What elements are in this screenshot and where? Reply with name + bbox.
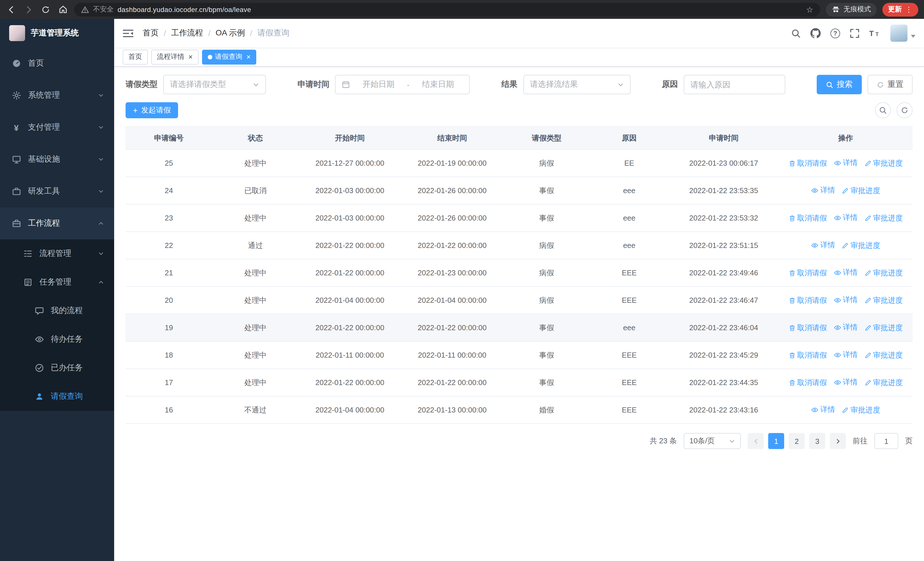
table-row: 24已取消2022-01-03 00:00:002022-01-26 00:00… <box>126 177 913 204</box>
reset-button[interactable]: 重置 <box>867 75 913 94</box>
result-select[interactable]: 请选择流结果 <box>523 75 630 94</box>
font-size-icon[interactable]: TT <box>869 29 880 38</box>
page-size-select[interactable]: 10条/页 <box>684 433 741 449</box>
sidebar-item-task-management[interactable]: 任务管理 <box>0 268 114 296</box>
progress-action-link[interactable]: 审批进度 <box>865 295 903 305</box>
home-icon[interactable] <box>57 4 69 15</box>
progress-action-link[interactable]: 审批进度 <box>842 405 880 415</box>
cancel-action-link[interactable]: 取消请假 <box>789 378 827 388</box>
help-icon[interactable]: ? <box>830 28 840 38</box>
search-icon[interactable] <box>791 28 801 38</box>
sidebar-item-pending-tasks[interactable]: 待办任务 <box>0 325 114 353</box>
sidebar-item-workflow[interactable]: 工作流程 <box>0 208 114 239</box>
reload-icon[interactable] <box>40 4 51 15</box>
col-reason: 原因 <box>590 126 669 149</box>
reason-input[interactable] <box>691 80 778 89</box>
chevron-down-icon <box>98 125 104 130</box>
detail-action-link[interactable]: 详情 <box>834 378 858 388</box>
detail-action-link[interactable]: 详情 <box>834 350 858 360</box>
cancel-action-link[interactable]: 取消请假 <box>789 295 827 305</box>
page-button-3[interactable]: 3 <box>809 433 825 449</box>
create-leave-button[interactable]: + 发起请假 <box>126 102 178 118</box>
goto-page-input[interactable] <box>874 433 898 449</box>
back-icon[interactable] <box>6 4 17 15</box>
cancel-action-link[interactable]: 取消请假 <box>789 323 827 333</box>
tab-process-detail[interactable]: 流程详情 × <box>151 50 198 64</box>
delete-icon <box>789 270 796 277</box>
sidebar-item-my-process[interactable]: 我的流程 <box>0 296 114 325</box>
leave-type-select[interactable]: 请选择请假类型 <box>163 75 266 94</box>
breadcrumb-oa-example[interactable]: OA 示例 <box>216 28 245 38</box>
close-icon[interactable]: × <box>246 53 250 60</box>
toggle-search-icon[interactable] <box>875 102 891 118</box>
action-label: 审批进度 <box>873 323 903 333</box>
sidebar-item-home[interactable]: 首页 <box>0 47 114 80</box>
detail-action-link[interactable]: 详情 <box>834 158 858 168</box>
detail-action-link[interactable]: 详情 <box>834 213 858 223</box>
sidebar-item-dev-tools[interactable]: 研发工具 <box>0 175 114 208</box>
sidebar-item-payment[interactable]: ¥ 支付管理 <box>0 111 114 143</box>
chrome-update-button[interactable]: 更新 ⋮ <box>882 3 918 16</box>
detail-action-link[interactable]: 详情 <box>834 295 858 305</box>
sidebar-item-done-tasks[interactable]: 已办任务 <box>0 353 114 382</box>
breadcrumb-workflow[interactable]: 工作流程 <box>171 28 203 38</box>
workflow-submenu: 流程管理 任务管理 我的流程 待办任务 <box>0 239 114 411</box>
sidebar-item-leave-query[interactable]: 请假查询 <box>0 382 114 411</box>
refresh-table-icon[interactable] <box>897 102 913 118</box>
github-icon[interactable] <box>810 28 821 38</box>
progress-action-link[interactable]: 审批进度 <box>865 323 903 333</box>
edit-icon <box>842 187 849 194</box>
detail-action-link[interactable]: 详情 <box>834 268 858 278</box>
search-button[interactable]: 搜索 <box>817 75 862 94</box>
address-bar[interactable]: 不安全 dashboard.yudao.iocoder.cn/bpm/oa/le… <box>74 3 820 16</box>
page-button-2[interactable]: 2 <box>789 433 805 449</box>
reason-text: eee <box>590 204 669 232</box>
sidebar-item-infrastructure[interactable]: 基础设施 <box>0 143 114 175</box>
progress-action-link[interactable]: 审批进度 <box>865 158 903 168</box>
browser-menu-icon[interactable]: ⋮ <box>905 5 913 14</box>
page-button-1[interactable]: 1 <box>768 433 784 449</box>
breadcrumb-current: 请假查询 <box>257 28 290 38</box>
tab-leave-query[interactable]: 请假查询 × <box>202 50 256 64</box>
progress-action-link[interactable]: 审批进度 <box>842 241 880 251</box>
cancel-action-link[interactable]: 取消请假 <box>789 268 827 278</box>
detail-action-link[interactable]: 详情 <box>811 405 835 415</box>
leave-type: 事假 <box>503 314 590 341</box>
progress-action-link[interactable]: 审批进度 <box>865 268 903 278</box>
detail-action-link[interactable]: 详情 <box>811 240 835 251</box>
breadcrumb-separator: / <box>250 29 252 38</box>
cancel-action-link[interactable]: 取消请假 <box>789 158 827 168</box>
sidebar: 芋道管理系统 首页 系统管理 ¥ 支付管理 <box>0 19 114 561</box>
detail-action-link[interactable]: 详情 <box>834 322 858 333</box>
user-menu[interactable] <box>890 24 915 42</box>
cancel-action-link[interactable]: 取消请假 <box>789 350 827 361</box>
action-label: 详情 <box>843 378 858 388</box>
apply-time-range-picker[interactable]: 开始日期 - 结束日期 <box>335 75 470 94</box>
sidebar-item-process-management[interactable]: 流程管理 <box>0 239 114 268</box>
progress-action-link[interactable]: 审批进度 <box>865 213 903 223</box>
forward-icon[interactable] <box>23 4 34 15</box>
close-icon[interactable]: × <box>188 53 193 60</box>
app-logo[interactable]: 芋道管理系统 <box>0 19 114 47</box>
bookmark-star-icon[interactable]: ☆ <box>806 5 813 14</box>
collapse-sidebar-icon[interactable] <box>123 29 134 38</box>
breadcrumb-home[interactable]: 首页 <box>142 28 159 38</box>
fullscreen-icon[interactable] <box>850 28 860 38</box>
start-time: 2022-01-03 00:00:00 <box>299 177 401 204</box>
col-start-time: 开始时间 <box>299 126 401 149</box>
prev-page-button[interactable] <box>748 433 764 449</box>
col-request-id: 申请编号 <box>126 126 212 149</box>
cancel-action-link[interactable]: 取消请假 <box>789 213 827 223</box>
progress-action-link[interactable]: 审批进度 <box>842 186 880 196</box>
end-time: 2022-01-22 00:00:00 <box>401 232 503 259</box>
progress-action-link[interactable]: 审批进度 <box>865 350 903 361</box>
end-time: 2022-01-26 00:00:00 <box>401 177 503 204</box>
next-page-button[interactable] <box>830 433 846 449</box>
tab-home[interactable]: 首页 <box>123 50 148 64</box>
detail-action-link[interactable]: 详情 <box>811 185 835 196</box>
progress-action-link[interactable]: 审批进度 <box>865 378 903 388</box>
status-text: 已取消 <box>212 177 298 204</box>
sidebar-item-label: 首页 <box>28 58 110 69</box>
sidebar-item-system[interactable]: 系统管理 <box>0 80 114 111</box>
table-row: 18处理中2022-01-11 00:00:002022-01-11 00:00… <box>126 341 913 369</box>
